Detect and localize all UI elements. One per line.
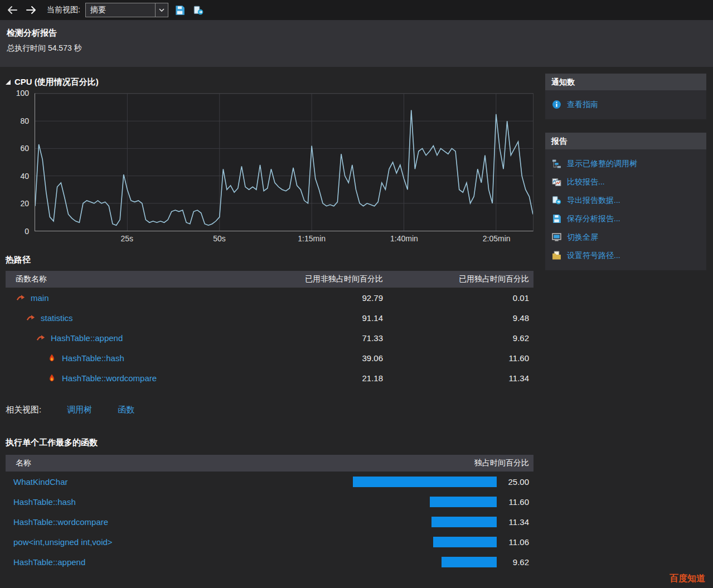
related-views: 相关视图: 调用树 函数 — [6, 405, 533, 415]
bar — [353, 517, 497, 527]
compare-reports-item[interactable]: 比较报告... — [545, 173, 706, 191]
chevron-down-icon[interactable] — [155, 3, 168, 17]
save-report-icon — [551, 214, 561, 224]
y-tick-label: 100 — [16, 89, 29, 98]
related-views-label: 相关视图: — [6, 405, 41, 415]
function-link[interactable]: statistics — [41, 313, 73, 323]
cpu-chart-x-axis: 25s50s1:15min1:40min2:05min — [35, 231, 533, 246]
toggle-fullscreen-item[interactable]: 切换全屏 — [545, 228, 706, 246]
report-header: 检测分析报告 总执行时间 54.573 秒 — [0, 20, 713, 67]
inclusive-value: 91.14 — [252, 313, 383, 323]
cpu-chart-svg — [35, 94, 533, 231]
hot-path-arrow-icon — [16, 293, 26, 303]
table-row: pow<int,unsigned int,void> 11.06 — [6, 532, 533, 552]
column-header-inclusive-pct[interactable]: 已用非独占时间百分比 — [252, 274, 383, 284]
bar-value: 9.62 — [497, 557, 529, 567]
bar — [353, 557, 497, 567]
column-header-exclusive-pct[interactable]: 已用独占时间百分比 — [383, 274, 529, 284]
table-row: HashTable::wordcompare 11.34 — [6, 512, 533, 532]
inclusive-value: 71.33 — [252, 333, 383, 343]
hot-path-arrow-icon — [36, 333, 46, 343]
table-row: WhatKindChar 25.00 — [6, 472, 533, 492]
view-guidance-item[interactable]: 查看指南 — [545, 95, 706, 114]
notifications-header: 通知数 — [545, 74, 706, 90]
panel-item-label[interactable]: 导出报告数据... — [567, 196, 620, 206]
table-row: HashTable::wordcompare 21.18 11.34 — [6, 368, 533, 388]
save-report-button[interactable] — [173, 3, 187, 17]
panel-item-label[interactable]: 查看指南 — [567, 100, 598, 110]
trimmed-call-tree-icon — [551, 159, 561, 169]
panel-item-label[interactable]: 切换全屏 — [567, 232, 598, 242]
table-row: main 92.79 0.01 — [6, 288, 533, 308]
export-report-data-button[interactable] — [192, 3, 205, 17]
exclusive-value: 9.48 — [383, 313, 529, 323]
function-link[interactable]: HashTable::append — [13, 557, 85, 567]
column-header-exclusive-time-pct[interactable]: 独占时间百分比 — [383, 458, 529, 468]
set-symbol-paths-item[interactable]: 设置符号路径... — [545, 246, 706, 265]
total-execution-time: 总执行时间 54.573 秒 — [7, 43, 706, 54]
column-header-function-name[interactable]: 函数名称 — [10, 274, 252, 284]
panel-item-label[interactable]: 保存分析报告... — [567, 214, 620, 224]
table-row: statistics 91.14 9.48 — [6, 308, 533, 328]
bar-fill — [442, 557, 497, 567]
compare-reports-icon — [551, 177, 561, 187]
table-row: HashTable::append 9.62 — [6, 552, 533, 572]
page-title: 检测分析报告 — [7, 28, 706, 38]
export-report-data-item[interactable]: 导出报告数据... — [545, 191, 706, 210]
sidebar: 通知数 查看指南 报告 显示已修整的调用树 — [545, 74, 706, 572]
related-view-call-tree[interactable]: 调用树 — [67, 405, 92, 415]
y-tick-label: 60 — [20, 144, 29, 153]
back-button[interactable] — [6, 3, 19, 17]
bar — [353, 537, 497, 547]
exclusive-value: 11.34 — [383, 373, 529, 383]
info-icon — [551, 100, 561, 110]
y-tick-label: 40 — [20, 172, 29, 181]
bar-value: 25.00 — [497, 477, 529, 487]
flame-icon — [47, 353, 57, 363]
function-link[interactable]: pow<int,unsigned int,void> — [13, 537, 113, 547]
related-view-functions[interactable]: 函数 — [118, 405, 134, 415]
forward-button[interactable] — [24, 3, 37, 17]
bar-fill — [431, 517, 497, 527]
panel-item-label[interactable]: 显示已修整的调用树 — [567, 159, 637, 169]
cpu-section-title: CPU (使用情况百分比) — [14, 77, 99, 88]
function-link[interactable]: main — [31, 293, 49, 303]
reports-panel: 报告 显示已修整的调用树 比较报告... — [545, 133, 706, 270]
panel-item-label[interactable]: 比较报告... — [567, 177, 605, 187]
table-row: HashTable::hash 39.06 11.60 — [6, 348, 533, 368]
bar-fill — [430, 497, 497, 507]
top-functions-table: 名称 独占时间百分比 WhatKindChar 25.00 HashTable:… — [6, 455, 533, 572]
table-row: HashTable::append 71.33 9.62 — [6, 328, 533, 348]
view-selector[interactable]: 摘要 — [85, 3, 168, 17]
show-trimmed-call-tree-item[interactable]: 显示已修整的调用树 — [545, 154, 706, 173]
export-data-icon — [551, 196, 561, 206]
panel-item-label[interactable]: 设置符号路径... — [567, 251, 620, 261]
exclusive-value: 9.62 — [383, 333, 529, 343]
fullscreen-icon — [551, 232, 561, 242]
function-link[interactable]: HashTable::hash — [62, 353, 124, 363]
column-header-name[interactable]: 名称 — [10, 458, 383, 468]
save-analysis-report-item[interactable]: 保存分析报告... — [545, 210, 706, 228]
view-selector-value: 摘要 — [86, 5, 155, 15]
collapse-icon[interactable] — [6, 80, 11, 85]
notifications-panel: 通知数 查看指南 — [545, 74, 706, 119]
hot-path-title: 热路径 — [6, 255, 533, 265]
table-row: HashTable::hash 11.60 — [6, 492, 533, 512]
function-link[interactable]: WhatKindChar — [13, 477, 68, 487]
cpu-section-header[interactable]: CPU (使用情况百分比) — [6, 77, 533, 88]
function-link[interactable]: HashTable::wordcompare — [13, 517, 108, 527]
function-link[interactable]: HashTable::hash — [13, 497, 76, 507]
inclusive-value: 92.79 — [252, 293, 383, 303]
top-functions-title: 执行单个工作最多的函数 — [6, 438, 533, 448]
x-tick-label: 1:40min — [390, 234, 418, 243]
function-link[interactable]: HashTable::append — [51, 333, 123, 343]
bar-value: 11.34 — [497, 517, 529, 527]
y-tick-label: 80 — [20, 116, 29, 125]
cpu-chart-plot — [35, 93, 533, 231]
cpu-chart-y-axis: 020406080100 — [6, 93, 35, 231]
symbol-paths-icon — [551, 251, 561, 261]
bar-value: 11.06 — [497, 537, 529, 547]
inclusive-value: 39.06 — [252, 353, 383, 363]
function-link[interactable]: HashTable::wordcompare — [62, 373, 157, 383]
watermark: 百度知道 — [670, 573, 705, 585]
